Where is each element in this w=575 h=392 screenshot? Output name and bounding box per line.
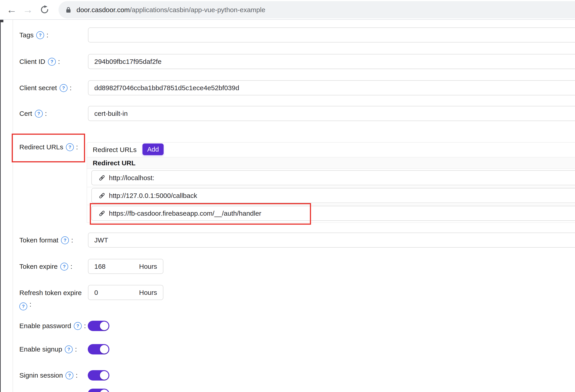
enable-signup-label: Enable signup ? : [19,344,77,355]
forward-icon[interactable]: → [21,0,35,19]
help-icon[interactable]: ? [60,84,68,92]
table-row-divider [87,205,575,205]
cert-label: Cert ? : [19,108,47,119]
redirect-url-column-header: Redirect URL [87,157,575,169]
help-icon[interactable]: ? [35,110,43,118]
table-row-divider [87,187,575,187]
link-icon [98,210,105,217]
token-format-input[interactable]: JWT [88,232,575,248]
redirect-url-input[interactable]: http://127.0.0.1:5000/callback [91,188,575,203]
refresh-token-expire-unit: Hours [139,289,157,297]
client-secret-label: Client secret ? : [19,83,72,93]
signin-session-toggle[interactable] [88,370,109,381]
browser-toolbar: ← → door.casdoor.com/applications/casbin… [0,0,575,20]
help-icon[interactable]: ? [66,371,73,379]
url-path: /applications/casbin/app-vue-python-exam… [130,6,265,14]
enable-password-label: Enable password ? : [19,321,86,331]
reload-icon[interactable] [37,0,52,19]
back-icon[interactable]: ← [4,0,19,19]
redirect-url-input[interactable]: http://localhost: [91,170,575,185]
table-row-divider [87,222,575,223]
token-expire-unit: Hours [139,263,157,270]
address-bar[interactable]: door.casdoor.com/applications/casbin/app… [58,1,575,19]
client-secret-input[interactable]: dd8982f7046ccba1bbd7851d5c1ece4e52bf039d [88,80,575,95]
redirect-urls-table: Redirect URLs Add Redirect URL http://lo… [87,142,575,223]
toggle-knob [100,390,108,392]
help-icon[interactable]: ? [19,302,27,310]
tags-label: Tags ? : [19,30,48,41]
help-icon[interactable]: ? [48,58,56,66]
help-icon[interactable]: ? [36,31,44,39]
help-icon[interactable]: ? [61,236,69,244]
link-icon [98,192,105,199]
enable-password-toggle[interactable] [88,321,109,331]
redirect-urls-table-title: Redirect URLs [93,143,137,157]
url-domain: door.casdoor.com [76,6,130,14]
left-edge-line [0,20,1,392]
help-icon[interactable]: ? [65,346,73,353]
help-icon[interactable]: ? [74,322,82,330]
redirect-urls-label: Redirect URLs ? : [19,142,78,153]
add-redirect-url-button[interactable]: Add [143,143,164,155]
url-text: door.casdoor.com/applications/casbin/app… [76,6,265,14]
refresh-token-expire-label: Refresh token expire ?: [19,287,87,310]
content-left-border [13,20,13,392]
help-icon[interactable]: ? [60,263,68,271]
client-id-label: Client ID ? : [19,56,60,67]
toggle-knob [100,371,108,380]
token-expire-label: Token expire ? : [19,261,72,272]
tags-input[interactable] [88,27,575,43]
lock-icon[interactable] [65,6,72,14]
client-id-input[interactable]: 294b09fbc17f95daf2fe [88,54,575,69]
enable-signup-toggle[interactable] [88,344,109,354]
toggle-knob [100,322,108,330]
partial-bottom-toggle[interactable] [88,389,109,392]
redirect-url-input[interactable]: https://fb-casdoor.firebaseapp.com/__/au… [91,206,575,221]
signin-session-label: Signin session ? : [19,370,78,381]
cert-input[interactable]: cert-built-in [88,106,575,121]
refresh-token-expire-input[interactable]: 0 Hours [88,285,163,300]
token-format-label: Token format ? : [19,235,73,246]
help-icon[interactable]: ? [66,143,74,151]
link-icon [98,175,105,181]
left-edge-notch [1,20,3,22]
token-expire-input[interactable]: 168 Hours [88,259,163,274]
toggle-knob [100,345,108,354]
